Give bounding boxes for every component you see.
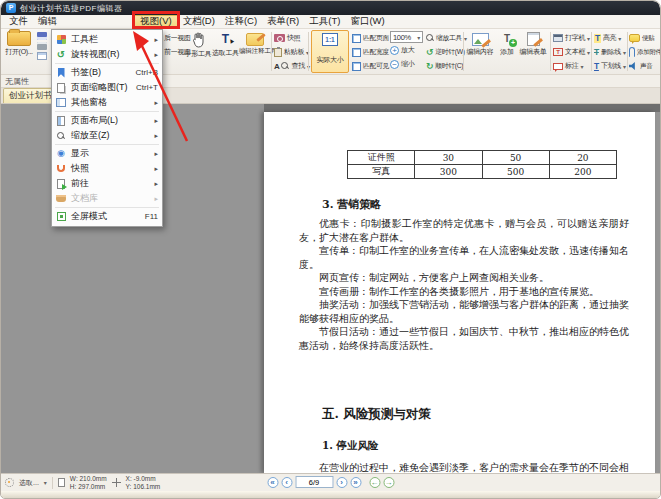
snapshot-button[interactable]: 快照: [274, 31, 310, 45]
add-button[interactable]: T 添加: [496, 31, 518, 57]
fit-page-button[interactable]: 匹配页面: [352, 31, 389, 45]
rotate-group: 缩放工具▾ ↺ 逆时针(W) ↻ 顺时针(C): [426, 31, 467, 73]
sticky-note-icon: [629, 34, 640, 42]
find-icon: A: [274, 62, 279, 71]
callout-button[interactable]: 标注▾: [553, 59, 590, 73]
text-box-button[interactable]: T 文本框▾: [553, 45, 590, 59]
previous-page-button[interactable]: ‹: [281, 477, 292, 488]
window-title: 创业计划书迅捷PDF编辑器: [20, 3, 123, 14]
text-box-icon: T: [553, 48, 563, 56]
menu-item-display[interactable]: ◉ 显示▸: [52, 146, 162, 161]
status-bar: 选取... ▾ W: 210.0mm H: 297.0mm X: -9.0mm …: [1, 473, 660, 491]
status-divider: [52, 477, 53, 489]
typewriter-button[interactable]: 打字机▾: [553, 31, 590, 45]
zoom-level-combo[interactable]: 100%▾: [390, 31, 423, 43]
rotate-view-icon: ↺: [55, 50, 67, 60]
fit-visible-button[interactable]: 匹配可见: [352, 59, 389, 73]
zoom-in-button[interactable]: + 放大: [390, 43, 423, 57]
strikethrough-button[interactable]: T 删除线▾: [594, 45, 626, 59]
table-cell: 30: [415, 151, 482, 165]
app-logo-icon: P: [6, 3, 16, 13]
app-window: P 创业计划书迅捷PDF编辑器 文件 编辑 视图(V) 文档(D) 注释(C) …: [0, 0, 661, 499]
paperclip-icon: [629, 47, 635, 57]
sticky-note-button[interactable]: 便贴: [629, 31, 661, 45]
save-icon[interactable]: [37, 32, 47, 40]
open-button[interactable]: 打开(O)...: [3, 29, 35, 57]
sound-button[interactable]: 声音: [629, 59, 661, 73]
previous-view-button[interactable]: ←: [369, 477, 380, 488]
edit-form-button[interactable]: 编辑表单: [518, 31, 548, 57]
magnifier-icon: [281, 62, 289, 70]
window-bottom-edge: [1, 491, 660, 498]
menu-item-page-layout[interactable]: 页面布局(L)▸: [52, 113, 162, 128]
menu-separator: [55, 144, 159, 145]
menu-item-fullscreen[interactable]: 全屏模式 F11: [52, 209, 162, 224]
paragraph: 优惠卡：印制摄影工作室的特定优惠卡，赠与会员，可以赠送亲朋好友，扩大潜在客户群体…: [299, 217, 629, 244]
menu-window[interactable]: 窗口(W): [345, 15, 389, 28]
menu-item-other-panes[interactable]: 其他窗格▸: [52, 95, 162, 110]
highlight-button[interactable]: T 高亮▾: [594, 31, 626, 45]
menu-item-document-library[interactable]: 文档库▸: [52, 191, 162, 206]
strikethrough-icon: T: [594, 48, 599, 57]
underline-icon: T: [594, 62, 599, 71]
menu-item-bookmarks[interactable]: 书签(B) Ctrl+B: [52, 65, 162, 80]
menu-item-go-to[interactable]: 前往▸: [52, 176, 162, 191]
table-cell: 50: [482, 151, 549, 165]
menu-edit[interactable]: 编辑: [33, 15, 62, 28]
page-dimensions: W: 210.0mm H: 297.0mm: [70, 475, 107, 490]
find-button[interactable]: A 查找▾: [274, 59, 310, 73]
page-number-input[interactable]: [295, 476, 333, 488]
rotate-cw-icon: ↻: [426, 62, 433, 71]
rotate-ccw-icon: ↺: [426, 48, 433, 57]
print-icon[interactable]: [37, 42, 47, 50]
add-icon: T: [499, 33, 515, 46]
fit-width-button[interactable]: 匹配宽度: [352, 45, 389, 59]
chevron-down-icon: ▾: [44, 479, 47, 486]
menu-annotation[interactable]: 注释(C): [220, 15, 262, 28]
crosshair-icon: [112, 478, 121, 487]
email-icon[interactable]: [37, 52, 47, 60]
risk-heading: 五. 风险预测与对策: [322, 406, 431, 423]
paragraph: 宣传单：印制工作室的业务宣传单，在人流密集处发散，迅速传播知名度。: [299, 244, 629, 271]
menu-item-page-thumbnails[interactable]: 页面缩略图(T) Ctrl+T: [52, 80, 162, 95]
menu-document[interactable]: 文档(D): [178, 15, 220, 28]
menu-item-snapshot[interactable]: 快照▸: [52, 161, 162, 176]
properties-label: 无属性: [5, 77, 29, 86]
last-page-button[interactable]: »: [350, 477, 361, 488]
menu-file[interactable]: 文件: [4, 15, 33, 28]
table-cell: 证件照: [348, 151, 415, 165]
page-gap-shadow: [264, 104, 660, 112]
status-tool-label[interactable]: 选取...: [19, 478, 39, 488]
file-buttons: [37, 32, 47, 62]
select-tool-button[interactable]: T 选取工具: [212, 31, 239, 58]
menu-item-rotate-view[interactable]: ↺ 旋转视图(R)▸: [52, 47, 162, 62]
underline-button[interactable]: T 下划线▾: [594, 59, 626, 73]
camera-icon: [274, 34, 285, 42]
callout-icon: [553, 63, 563, 70]
gear-icon[interactable]: [5, 478, 14, 487]
menu-item-toolbars[interactable]: 工具栏▸: [52, 32, 162, 47]
clipboard-button[interactable]: 粘贴板▾: [274, 45, 310, 59]
attachment-button[interactable]: 添加附件: [629, 45, 661, 59]
comment-insert-group: 打字机▾ T 文本框▾ 标注▾: [553, 31, 590, 73]
table-cell: 200: [549, 165, 616, 179]
rotate-ccw-button[interactable]: ↺ 逆时针(W): [426, 45, 467, 59]
next-view-button[interactable]: →: [383, 477, 394, 488]
menu-separator: [55, 207, 159, 208]
edit-content-button[interactable]: 编辑内容: [465, 31, 495, 57]
next-page-button[interactable]: ›: [336, 477, 347, 488]
hand-tool-button[interactable]: 手形工具: [184, 31, 212, 59]
first-page-button[interactable]: «: [267, 477, 278, 488]
menu-tools[interactable]: 工具(T): [304, 15, 345, 28]
menu-form[interactable]: 表单(R): [262, 15, 304, 28]
comment-pencil-icon: [246, 33, 264, 46]
table-cell: 300: [415, 165, 482, 179]
actual-size-button[interactable]: 1:1 实际大小: [311, 30, 349, 73]
zoom-out-button[interactable]: − 缩小: [390, 57, 423, 71]
pdf-page[interactable]: 证件照 30 50 20 写真 300 500 200 3. 营销策略 优惠卡：…: [264, 112, 655, 473]
menu-separator: [55, 111, 159, 112]
menu-item-zoom-to[interactable]: 缩放至(Z)▸: [52, 128, 162, 143]
zoom-tool-button[interactable]: 缩放工具▾: [426, 31, 467, 45]
rotate-cw-button[interactable]: ↻ 顺时针(C): [426, 59, 467, 73]
edit-annotation-tool-button[interactable]: 编辑注释工具: [239, 31, 270, 56]
